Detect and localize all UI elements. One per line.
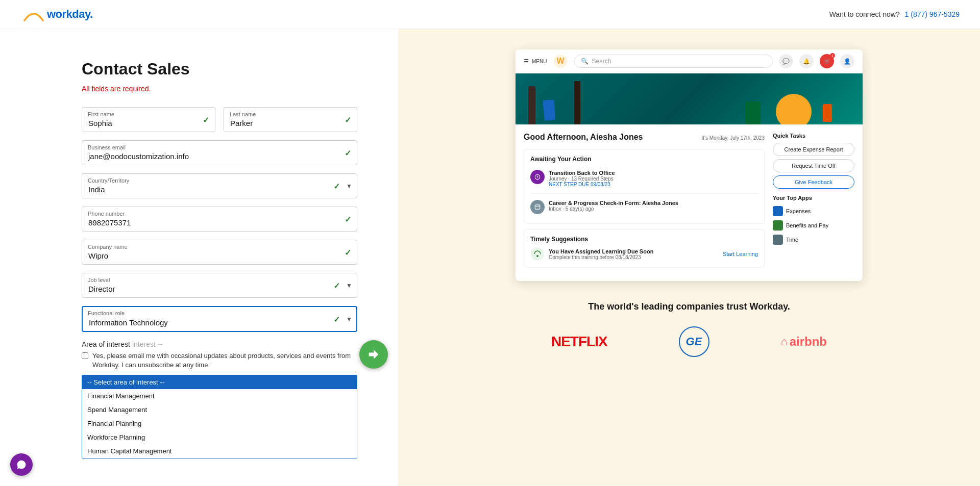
area-dropdown[interactable]: -- Select area of interest -- Financial … [82,375,357,458]
email-updates-checkbox[interactable] [82,352,88,359]
cart-icon[interactable]: 🛒 1 [820,54,834,68]
nav-connect: Want to connect now? 1 (877) 967-5329 [829,10,960,18]
quick-tasks-title: Quick Tasks [773,133,854,139]
country-group: Country/Territory India ✓ ▼ [82,173,357,198]
form-panel: Contact Sales All fields are required. F… [0,29,398,486]
chat-icon-svg [16,459,27,470]
email-input[interactable] [82,140,357,165]
banner-tree2 [574,81,580,124]
job-row: Job level Director ✓ ▼ [82,273,357,298]
task-divider [530,193,758,194]
dropdown-option-2[interactable]: Spend Management [82,403,357,417]
first-name-group: First name ✓ [82,107,215,132]
task2-title: Career & Progress Check-in Form: Aiesha … [549,200,758,206]
chat-icon[interactable]: 💬 [779,54,793,68]
functional-select[interactable]: Information Technology [82,306,357,332]
top-apps-section: Your Top Apps Expenses Benefits and Pay … [773,195,854,247]
country-select[interactable]: India [82,173,357,198]
give-feedback-btn[interactable]: Give Feedback [773,175,854,189]
sugg-icon [530,247,545,261]
app-item-expenses[interactable]: Expenses [773,204,854,218]
ge-logo: GE [679,326,709,357]
task1-sub: Journey · 13 Required Steps [549,176,758,182]
dropdown-option-4[interactable]: Workforce Planning [82,430,357,444]
main-content: Contact Sales All fields are required. F… [0,29,980,486]
top-nav: workday. Want to connect now? 1 (877) 96… [0,0,980,29]
dropdown-option-1[interactable]: Financial Management [82,389,357,403]
svg-text:W: W [557,57,565,65]
app-item-benefits[interactable]: Benefits and Pay [773,218,854,233]
app-sidebar: Quick Tasks Create Expense Report Reques… [773,133,854,273]
app-search-bar[interactable]: 🔍 Search [574,55,773,68]
trust-section: The world's leading companies trust Work… [516,301,863,357]
airbnb-logo: ⌂ airbnb [780,335,827,349]
dropdown-option-0[interactable]: -- Select area of interest -- [82,375,357,389]
request-time-off-btn[interactable]: Request Time Off [773,159,854,172]
app-menu-btn[interactable]: ☰ MENU [524,58,547,65]
right-panel: ☰ MENU W 🔍 Search 💬 🔔 [398,29,980,486]
name-row: First name ✓ Last name ✓ [82,107,357,132]
workday-logo-text: workday. [47,8,93,21]
connect-text: Want to connect now? [829,10,900,18]
dropdown-option-3[interactable]: Financial Planning [82,417,357,430]
functional-check: ✓ [333,314,340,324]
checkbox-label: Yes, please email me with occasional upd… [92,351,357,370]
last-name-input[interactable] [224,107,357,132]
ge-logo-text: GE [686,335,702,348]
email-group: Business email ✓ [82,140,357,165]
expenses-label: Expenses [786,208,811,214]
app-screenshot: ☰ MENU W 🔍 Search 💬 🔔 [516,49,863,281]
first-name-input[interactable] [82,107,215,132]
dropdown-option-5[interactable]: Human Capital Management [82,444,357,458]
submit-arrow-icon [366,347,381,362]
form-bottom-area: Area of interest interest -- Yes, please… [82,340,357,458]
bell-icon[interactable]: 🔔 [799,54,814,68]
workday-logo[interactable]: workday. [20,6,93,22]
task1-due: NEXT STEP DUE 09/08/23 [549,182,758,187]
suggestion-item: You Have Assigned Learning Due Soon Comp… [530,247,758,261]
job-check: ✓ [333,280,340,290]
time-label: Time [786,237,798,243]
submit-button[interactable] [359,340,388,369]
create-expense-btn[interactable]: Create Expense Report [773,143,854,156]
task-item-2[interactable]: Career & Progress Check-in Form: Aiesha … [530,197,758,217]
svg-rect-3 [535,205,540,209]
sugg-title: You Have Assigned Learning Due Soon [549,248,719,254]
first-name-check: ✓ [203,115,209,124]
form-title: Contact Sales [82,60,357,79]
trust-logos: NETFLIX GE ⌂ airbnb [516,326,863,357]
phone-link[interactable]: 1 (877) 967-5329 [905,10,960,18]
email-row: Business email ✓ [82,140,357,165]
profile-icon[interactable]: 👤 [840,54,854,68]
task2-sub: Inbox · 5 day(s) ago [549,206,758,212]
phone-check: ✓ [345,214,351,224]
phone-group: Phone number ✓ [82,207,357,232]
functional-row: Functional role Information Technology ✓… [82,306,357,332]
app-item-time[interactable]: Time [773,233,854,247]
chat-button[interactable] [10,453,33,476]
app-banner [516,73,863,124]
cart-badge: 1 [830,53,835,58]
svg-point-5 [536,255,538,257]
area-label: Area of interest [82,340,130,348]
greeting-row: Good Afternoon, Aiesha Jones It's Monday… [524,133,765,143]
netflix-logo: NETFLIX [551,334,607,350]
banner-figure2 [823,104,832,122]
airbnb-icon: ⌂ [780,335,787,348]
banner-sun [776,94,812,124]
company-check: ✓ [345,247,351,257]
task-icon-2 [530,200,545,214]
timely-card: Timely Suggestions You Have Assigne [524,229,765,268]
start-learning-link[interactable]: Start Learning [723,251,758,257]
phone-input[interactable] [82,207,357,232]
job-select[interactable]: Director [82,273,357,298]
company-input[interactable] [82,240,357,265]
task-item-1[interactable]: Transition Back to Office Journey · 13 R… [530,167,758,190]
job-group: Job level Director ✓ ▼ [82,273,357,298]
top-apps-title: Your Top Apps [773,195,854,201]
time-app-icon [773,235,783,245]
sugg-text: You Have Assigned Learning Due Soon Comp… [549,248,719,260]
app-body: Good Afternoon, Aiesha Jones It's Monday… [516,124,863,281]
country-check: ✓ [333,181,340,191]
sugg-sub: Complete this training before 08/18/2023 [549,254,719,260]
